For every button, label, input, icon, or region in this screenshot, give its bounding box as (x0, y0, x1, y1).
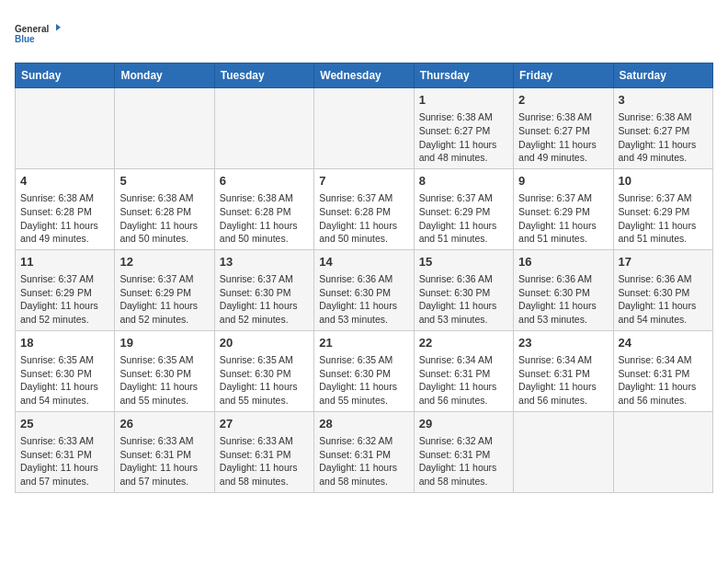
logo-svg: General Blue (15, 15, 61, 52)
svg-text:Blue: Blue (15, 34, 35, 44)
logo: General Blue (15, 15, 61, 52)
day-number: 19 (119, 335, 209, 351)
calendar-week-row: 11Sunrise: 6:37 AM Sunset: 6:29 PM Dayli… (16, 249, 713, 330)
day-info: Sunrise: 6:37 AM Sunset: 6:29 PM Dayligh… (619, 191, 708, 246)
day-info: Sunrise: 6:37 AM Sunset: 6:29 PM Dayligh… (518, 191, 608, 246)
calendar-cell: 8Sunrise: 6:37 AM Sunset: 6:29 PM Daylig… (414, 168, 513, 249)
col-header-tuesday: Tuesday (214, 63, 313, 88)
day-info: Sunrise: 6:37 AM Sunset: 6:29 PM Dayligh… (20, 272, 109, 327)
day-info: Sunrise: 6:38 AM Sunset: 6:28 PM Dayligh… (220, 191, 309, 246)
day-number: 15 (419, 254, 508, 270)
calendar-cell: 2Sunrise: 6:38 AM Sunset: 6:27 PM Daylig… (514, 88, 613, 169)
day-number: 9 (518, 173, 608, 190)
day-number: 21 (319, 335, 408, 351)
day-number: 16 (518, 254, 608, 270)
day-info: Sunrise: 6:36 AM Sunset: 6:30 PM Dayligh… (619, 272, 708, 327)
day-info: Sunrise: 6:36 AM Sunset: 6:30 PM Dayligh… (518, 272, 608, 327)
col-header-saturday: Saturday (613, 63, 712, 88)
calendar-cell: 24Sunrise: 6:34 AM Sunset: 6:31 PM Dayli… (613, 330, 712, 411)
calendar-cell: 4Sunrise: 6:38 AM Sunset: 6:28 PM Daylig… (16, 168, 115, 249)
day-info: Sunrise: 6:37 AM Sunset: 6:29 PM Dayligh… (119, 272, 209, 327)
calendar-week-row: 1Sunrise: 6:38 AM Sunset: 6:27 PM Daylig… (16, 88, 713, 169)
calendar-cell: 26Sunrise: 6:33 AM Sunset: 6:31 PM Dayli… (115, 411, 214, 492)
day-number: 4 (20, 173, 109, 190)
calendar-cell (314, 88, 414, 169)
page-header: General Blue (15, 15, 713, 52)
day-info: Sunrise: 6:33 AM Sunset: 6:31 PM Dayligh… (20, 434, 109, 488)
day-number: 29 (419, 416, 508, 432)
day-number: 20 (220, 335, 309, 351)
day-number: 26 (119, 416, 209, 432)
calendar-cell: 28Sunrise: 6:32 AM Sunset: 6:31 PM Dayli… (314, 411, 414, 492)
col-header-thursday: Thursday (414, 63, 513, 88)
day-info: Sunrise: 6:34 AM Sunset: 6:31 PM Dayligh… (518, 353, 608, 408)
calendar-table: SundayMondayTuesdayWednesdayThursdayFrid… (15, 63, 713, 493)
col-header-wednesday: Wednesday (314, 63, 414, 88)
calendar-cell: 10Sunrise: 6:37 AM Sunset: 6:29 PM Dayli… (613, 168, 712, 249)
calendar-cell: 25Sunrise: 6:33 AM Sunset: 6:31 PM Dayli… (16, 411, 115, 492)
calendar-cell (214, 88, 313, 169)
day-number: 28 (319, 416, 408, 432)
calendar-cell: 18Sunrise: 6:35 AM Sunset: 6:30 PM Dayli… (16, 330, 115, 411)
col-header-friday: Friday (514, 63, 613, 88)
day-info: Sunrise: 6:38 AM Sunset: 6:27 PM Dayligh… (419, 110, 508, 165)
calendar-week-row: 4Sunrise: 6:38 AM Sunset: 6:28 PM Daylig… (16, 168, 713, 249)
day-number: 14 (319, 254, 408, 270)
day-info: Sunrise: 6:35 AM Sunset: 6:30 PM Dayligh… (20, 353, 109, 408)
col-header-monday: Monday (115, 63, 214, 88)
svg-marker-2 (56, 24, 61, 31)
calendar-cell: 29Sunrise: 6:32 AM Sunset: 6:31 PM Dayli… (414, 411, 513, 492)
day-info: Sunrise: 6:37 AM Sunset: 6:30 PM Dayligh… (220, 272, 309, 327)
calendar-week-row: 18Sunrise: 6:35 AM Sunset: 6:30 PM Dayli… (16, 330, 713, 411)
day-number: 12 (119, 254, 209, 270)
calendar-cell: 27Sunrise: 6:33 AM Sunset: 6:31 PM Dayli… (214, 411, 313, 492)
day-info: Sunrise: 6:32 AM Sunset: 6:31 PM Dayligh… (419, 434, 508, 488)
day-number: 10 (619, 173, 708, 190)
day-info: Sunrise: 6:35 AM Sunset: 6:30 PM Dayligh… (220, 353, 309, 408)
calendar-cell (115, 88, 214, 169)
day-number: 24 (619, 335, 708, 351)
day-number: 3 (619, 92, 708, 109)
svg-text:General: General (15, 24, 49, 34)
day-info: Sunrise: 6:34 AM Sunset: 6:31 PM Dayligh… (619, 353, 708, 408)
calendar-cell: 9Sunrise: 6:37 AM Sunset: 6:29 PM Daylig… (514, 168, 613, 249)
calendar-cell: 6Sunrise: 6:38 AM Sunset: 6:28 PM Daylig… (214, 168, 313, 249)
calendar-cell: 5Sunrise: 6:38 AM Sunset: 6:28 PM Daylig… (115, 168, 214, 249)
day-info: Sunrise: 6:38 AM Sunset: 6:27 PM Dayligh… (518, 110, 608, 165)
calendar-cell: 1Sunrise: 6:38 AM Sunset: 6:27 PM Daylig… (414, 88, 513, 169)
calendar-cell: 16Sunrise: 6:36 AM Sunset: 6:30 PM Dayli… (514, 249, 613, 330)
calendar-cell (514, 411, 613, 492)
day-info: Sunrise: 6:38 AM Sunset: 6:27 PM Dayligh… (619, 110, 708, 165)
day-number: 25 (20, 416, 109, 432)
calendar-cell: 17Sunrise: 6:36 AM Sunset: 6:30 PM Dayli… (613, 249, 712, 330)
day-info: Sunrise: 6:32 AM Sunset: 6:31 PM Dayligh… (319, 434, 408, 488)
calendar-header-row: SundayMondayTuesdayWednesdayThursdayFrid… (16, 63, 713, 88)
day-number: 23 (518, 335, 608, 351)
day-info: Sunrise: 6:38 AM Sunset: 6:28 PM Dayligh… (119, 191, 209, 246)
day-number: 11 (20, 254, 109, 270)
day-info: Sunrise: 6:34 AM Sunset: 6:31 PM Dayligh… (419, 353, 508, 408)
calendar-cell: 13Sunrise: 6:37 AM Sunset: 6:30 PM Dayli… (214, 249, 313, 330)
calendar-cell: 15Sunrise: 6:36 AM Sunset: 6:30 PM Dayli… (414, 249, 513, 330)
calendar-cell: 12Sunrise: 6:37 AM Sunset: 6:29 PM Dayli… (115, 249, 214, 330)
day-info: Sunrise: 6:38 AM Sunset: 6:28 PM Dayligh… (20, 191, 109, 246)
day-info: Sunrise: 6:36 AM Sunset: 6:30 PM Dayligh… (319, 272, 408, 327)
day-number: 1 (419, 92, 508, 109)
calendar-cell: 14Sunrise: 6:36 AM Sunset: 6:30 PM Dayli… (314, 249, 414, 330)
day-number: 22 (419, 335, 508, 351)
calendar-cell: 19Sunrise: 6:35 AM Sunset: 6:30 PM Dayli… (115, 330, 214, 411)
calendar-cell: 21Sunrise: 6:35 AM Sunset: 6:30 PM Dayli… (314, 330, 414, 411)
day-number: 13 (220, 254, 309, 270)
day-info: Sunrise: 6:37 AM Sunset: 6:28 PM Dayligh… (319, 191, 408, 246)
calendar-week-row: 25Sunrise: 6:33 AM Sunset: 6:31 PM Dayli… (16, 411, 713, 492)
day-number: 6 (220, 173, 309, 190)
calendar-cell: 22Sunrise: 6:34 AM Sunset: 6:31 PM Dayli… (414, 330, 513, 411)
day-info: Sunrise: 6:37 AM Sunset: 6:29 PM Dayligh… (419, 191, 508, 246)
day-info: Sunrise: 6:33 AM Sunset: 6:31 PM Dayligh… (119, 434, 209, 488)
day-number: 7 (319, 173, 408, 190)
calendar-cell: 3Sunrise: 6:38 AM Sunset: 6:27 PM Daylig… (613, 88, 712, 169)
calendar-cell: 20Sunrise: 6:35 AM Sunset: 6:30 PM Dayli… (214, 330, 313, 411)
day-number: 18 (20, 335, 109, 351)
day-number: 8 (419, 173, 508, 190)
calendar-cell (16, 88, 115, 169)
